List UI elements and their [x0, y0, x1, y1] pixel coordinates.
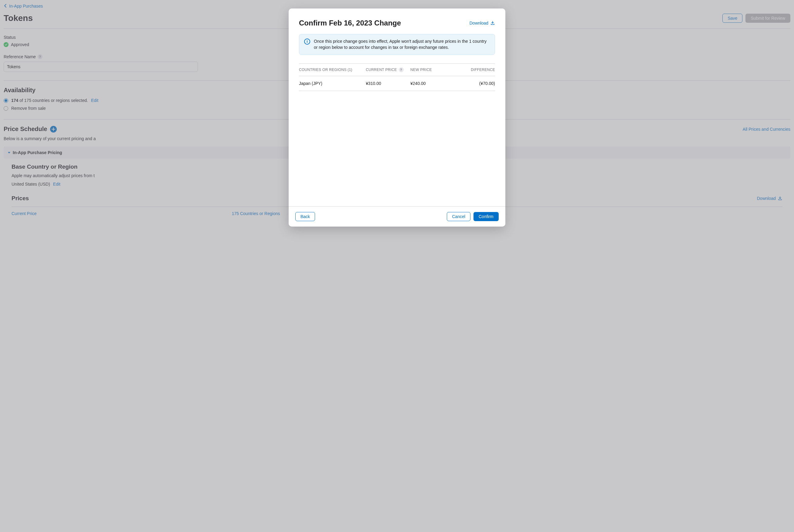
download-icon: [490, 21, 495, 25]
cancel-button[interactable]: Cancel: [447, 212, 470, 221]
th-new-price: NEW PRICE: [410, 67, 455, 72]
table-row: Japan (JPY) ¥310.00 ¥240.00 (¥70.00): [299, 76, 495, 91]
th-difference: DIFFERENCE: [455, 67, 495, 72]
th-current-price: CURRENT PRICE: [366, 68, 397, 72]
back-button[interactable]: Back: [295, 212, 315, 221]
modal-download-label: Download: [469, 21, 488, 25]
modal-overlay: Confirm Feb 16, 2023 Change Download i O…: [0, 0, 794, 225]
info-text: Once this price change goes into effect,…: [314, 39, 490, 50]
info-banner: i Once this price change goes into effec…: [299, 34, 495, 55]
th-countries: COUNTRIES OR REGIONS (1): [299, 67, 366, 72]
confirm-change-modal: Confirm Feb 16, 2023 Change Download i O…: [289, 8, 505, 225]
confirm-button[interactable]: Confirm: [474, 212, 499, 221]
td-new: ¥240.00: [410, 81, 455, 86]
td-current: ¥310.00: [366, 81, 410, 86]
info-icon: i: [304, 39, 310, 44]
td-difference: (¥70.00): [455, 81, 495, 86]
help-icon[interactable]: ?: [399, 67, 404, 72]
modal-table-header: COUNTRIES OR REGIONS (1) CURRENT PRICE ?…: [299, 63, 495, 76]
modal-download-link[interactable]: Download: [469, 21, 495, 25]
td-region: Japan (JPY): [299, 81, 366, 86]
modal-title: Confirm Feb 16, 2023 Change: [299, 19, 401, 27]
